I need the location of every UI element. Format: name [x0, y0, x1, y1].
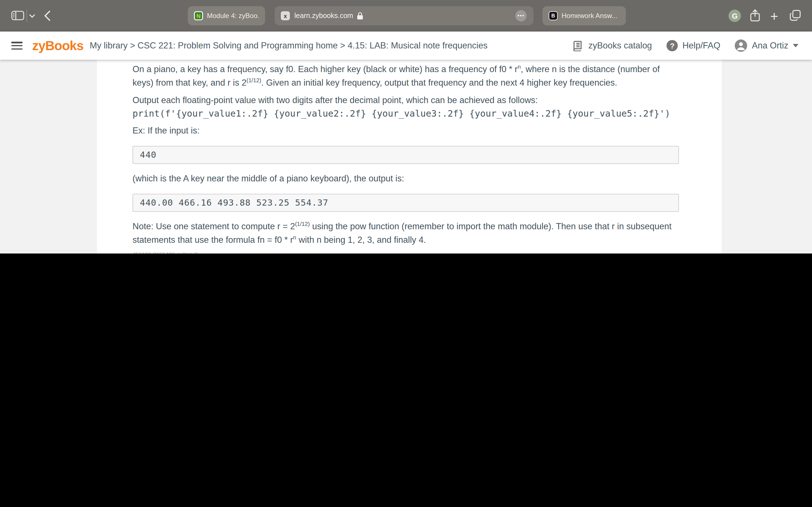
tab-module4-label: Module 4: zyBoo... [207, 12, 259, 20]
problem-paragraph-2: Output each floating-point value with tw… [133, 94, 679, 107]
bartleby-icon: B [549, 11, 558, 20]
user-caret-icon [793, 44, 799, 47]
problem-paragraph-1: On a piano, a key has a frequency, say f… [133, 60, 679, 90]
avatar-icon [735, 40, 748, 52]
help-link[interactable]: ? Help/FAQ [666, 40, 720, 51]
sidebar-toggle-icon[interactable] [11, 11, 24, 20]
content-column: On a piano, a key has a frequency, say f… [97, 60, 722, 253]
example-output-box: 440.00 466.16 493.88 523.25 554.37 [133, 194, 679, 212]
new-tab-icon[interactable]: + [770, 8, 778, 24]
chevron-down-icon[interactable] [29, 14, 35, 18]
url-text: learn.zybooks.com [294, 12, 353, 20]
favicon-x-icon: x [281, 11, 290, 20]
help-label: Help/FAQ [682, 41, 720, 51]
user-menu[interactable]: Ana Ortiz [735, 40, 799, 52]
content-id: 456192.3155432.qx3zqy7 [133, 251, 679, 253]
zybooks-header: zyBooks My library > CSC 221: Problem So… [0, 32, 812, 60]
toolbar-divider [27, 10, 27, 22]
ex-label: Ex: If the input is: [133, 124, 679, 137]
grammarly-icon[interactable]: G [728, 10, 741, 22]
lock-icon [357, 12, 363, 20]
page-more-button[interactable]: ••• [515, 10, 527, 21]
note-paragraph: Note: Use one statement to compute r = 2… [133, 220, 679, 247]
share-icon[interactable] [750, 9, 760, 22]
tab-overview-icon[interactable] [790, 10, 801, 21]
canvas-module-icon: N [194, 11, 203, 20]
help-icon: ? [666, 40, 678, 51]
catalog-book-icon [572, 40, 584, 51]
example-input-box: 440 [133, 146, 679, 164]
menu-icon[interactable] [11, 42, 22, 50]
back-button[interactable] [44, 10, 51, 21]
tab-homework[interactable]: B Homework Answ... [543, 6, 626, 25]
breadcrumb[interactable]: My library > CSC 221: Problem Solving an… [90, 41, 488, 51]
zybooks-logo[interactable]: zyBooks [32, 38, 84, 53]
mid-text: (which is the A key near the middle of a… [133, 172, 679, 185]
safari-window: N Module 4: zyBoo... x learn.zybooks.com… [0, 0, 812, 253]
print-format-example: print(f'{your_value1:.2f} {your_value2:.… [133, 108, 679, 119]
page-background: On a piano, a key has a frequency, say f… [0, 60, 812, 253]
tab-module4[interactable]: N Module 4: zyBoo... [188, 6, 265, 25]
catalog-link[interactable]: zyBooks catalog [572, 40, 652, 51]
catalog-label: zyBooks catalog [589, 41, 652, 51]
browser-toolbar: N Module 4: zyBoo... x learn.zybooks.com… [0, 0, 812, 32]
user-name: Ana Ortiz [752, 41, 788, 51]
tab-homework-label: Homework Answ... [562, 12, 617, 20]
url-bar[interactable]: x learn.zybooks.com ••• [274, 6, 534, 25]
